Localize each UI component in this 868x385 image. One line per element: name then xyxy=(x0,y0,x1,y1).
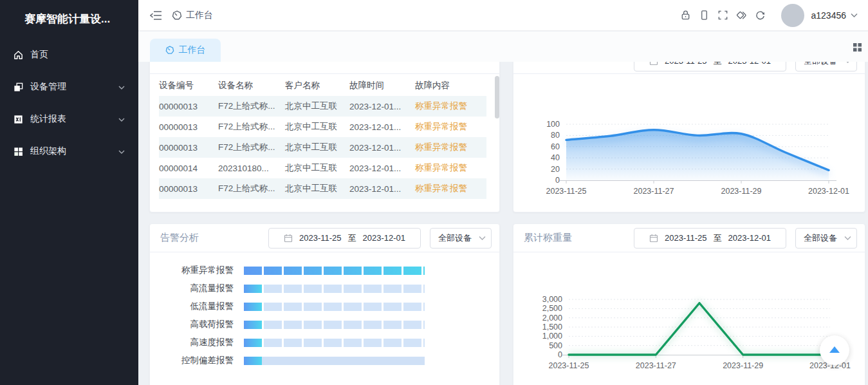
fault-table-card: 设备编号设备名称客户名称故障时间故障内容 00000013F72上给式称...北… xyxy=(149,62,500,212)
table-row[interactable]: 00000014202310180...北京中工互联2023-12-01...称… xyxy=(159,158,486,178)
column-header: 故障时间 xyxy=(349,80,415,91)
fault-table: 设备编号设备名称客户名称故障时间故障内容 00000013F72上给式称...北… xyxy=(150,74,499,199)
select-arrow-icon xyxy=(844,236,851,241)
calendar-icon xyxy=(649,62,658,66)
fullscreen-icon[interactable] xyxy=(716,9,729,22)
alarm-bar-chart: 称重异常报警高流量报警低流量报警高载荷报警高速度报警控制偏差报警 xyxy=(150,252,499,370)
bar-track xyxy=(244,285,425,293)
tags-icon[interactable] xyxy=(735,9,748,22)
calendar-icon xyxy=(649,234,658,243)
trend-area-chart: 0204060801002023-11-252023-11-272023-11-… xyxy=(513,78,866,213)
date-range-picker[interactable]: 2023-11-25 至 2023-12-01 xyxy=(634,62,786,71)
column-header: 设备名称 xyxy=(218,80,285,91)
table-cell: 00000013 xyxy=(159,143,218,153)
device-select[interactable]: 全部设备 xyxy=(795,228,857,249)
svg-text:1,000: 1,000 xyxy=(542,332,562,341)
fault-card-header xyxy=(150,62,499,74)
refresh-icon[interactable] xyxy=(753,9,766,22)
bar-fill xyxy=(244,321,262,329)
tab-bar: 工作台 xyxy=(138,32,868,62)
date-separator: 至 xyxy=(714,232,722,244)
sidebar-menu: 首页 设备管理 统计报表 组织架构 xyxy=(0,39,138,167)
svg-text:100: 100 xyxy=(546,120,560,129)
date-to: 2023-12-01 xyxy=(728,233,771,243)
sidebar-item-devices[interactable]: 设备管理 xyxy=(0,71,138,103)
alarm-analysis-card: 告警分析 2023-11-25 至 2023-12-01 全部设备 称重异常报警… xyxy=(149,223,500,385)
svg-text:2,500: 2,500 xyxy=(542,304,562,313)
column-header: 设备编号 xyxy=(159,80,218,91)
bar-row: 高速度报警 xyxy=(150,333,499,352)
table-cell: 00000013 xyxy=(159,122,218,132)
date-separator: 至 xyxy=(348,232,356,244)
table-row[interactable]: 00000013F72上给式称...北京中工互联2023-12-01...称重异… xyxy=(159,137,486,158)
bar-fill xyxy=(244,339,262,347)
workbench-icon xyxy=(172,10,182,21)
sidebar-item-home[interactable]: 首页 xyxy=(0,39,138,71)
table-cell: 称重异常报警 xyxy=(415,162,483,174)
sidebar-item-label: 统计报表 xyxy=(30,113,118,125)
table-cell: 2023-12-01... xyxy=(349,184,415,194)
date-from: 2023-11-25 xyxy=(665,62,707,66)
sidebar-item-label: 组织架构 xyxy=(30,146,118,157)
svg-text:500: 500 xyxy=(549,341,562,350)
table-cell: 00000013 xyxy=(159,184,218,194)
table-row[interactable]: 00000013F72上给式称...北京中工互联2023-12-01...称重异… xyxy=(159,96,486,117)
date-from: 2023-11-25 xyxy=(665,233,707,243)
tab-options-grid-icon[interactable] xyxy=(853,42,862,54)
bar-label: 高载荷报警 xyxy=(150,319,239,330)
lock-icon[interactable] xyxy=(679,9,692,22)
svg-text:2023-11-25: 2023-11-25 xyxy=(548,361,589,370)
bar-row: 低流量报警 xyxy=(150,297,499,315)
bar-track xyxy=(244,339,425,347)
bar-fill xyxy=(244,267,425,275)
table-row[interactable]: 00000013F72上给式称...北京中工互联2023-12-01...称重异… xyxy=(159,117,486,137)
bar-row: 高流量报警 xyxy=(150,279,499,297)
back-top-button[interactable] xyxy=(820,335,849,365)
table-cell: 称重异常报警 xyxy=(415,183,483,194)
date-from: 2023-11-25 xyxy=(299,233,342,243)
sidebar-item-reports[interactable]: 统计报表 xyxy=(0,103,138,135)
device-select[interactable]: 全部设备 xyxy=(430,228,492,249)
table-scrollbar[interactable] xyxy=(495,76,499,118)
tab-workbench[interactable]: 工作台 xyxy=(150,39,221,62)
select-arrow-icon xyxy=(844,62,851,64)
sidebar-item-organization[interactable]: 组织架构 xyxy=(0,135,138,167)
svg-text:2,000: 2,000 xyxy=(542,314,562,323)
calendar-icon xyxy=(284,234,293,243)
table-cell: 北京中工互联 xyxy=(285,162,349,174)
table-cell: 称重异常报警 xyxy=(415,142,483,153)
weight-card-header: 累计称重量 2023-11-25 至 2023-12-01 全部设备 xyxy=(513,224,865,252)
date-separator: 至 xyxy=(714,62,722,67)
fold-sidebar-icon[interactable] xyxy=(149,8,163,23)
table-cell: 北京中工互联 xyxy=(285,100,349,112)
table-row[interactable]: 00000013F72上给式称...北京中工互联2023-12-01...称重异… xyxy=(159,178,486,199)
svg-text:2023-11-27: 2023-11-27 xyxy=(636,361,676,370)
date-range-picker[interactable]: 2023-11-25 至 2023-12-01 xyxy=(634,228,786,249)
svg-text:40: 40 xyxy=(551,153,560,162)
weight-total-card: 累计称重量 2023-11-25 至 2023-12-01 全部设备 05001… xyxy=(513,223,865,385)
table-cell: F72上给式称... xyxy=(218,142,285,153)
app-title: 赛摩智能计量设... xyxy=(0,0,138,39)
bar-label: 控制偏差报警 xyxy=(150,355,239,366)
alarm-card-header: 告警分析 2023-11-25 至 2023-12-01 全部设备 xyxy=(150,224,499,252)
svg-text:0: 0 xyxy=(555,176,560,185)
bar-label: 高速度报警 xyxy=(150,337,239,348)
table-cell: 称重异常报警 xyxy=(415,100,483,112)
table-cell: 称重异常报警 xyxy=(415,121,483,133)
svg-text:60: 60 xyxy=(551,142,560,151)
bar-row: 高载荷报警 xyxy=(150,315,499,333)
breadcrumb[interactable]: 工作台 xyxy=(172,10,213,21)
tab-label: 工作台 xyxy=(179,44,206,56)
avatar[interactable] xyxy=(781,4,804,27)
bar-track xyxy=(244,321,425,329)
date-to: 2023-12-01 xyxy=(363,233,406,243)
table-cell: F72上给式称... xyxy=(218,100,285,112)
user-menu[interactable]: a123456 xyxy=(811,10,858,21)
date-range-picker[interactable]: 2023-11-25 至 2023-12-01 xyxy=(268,228,421,249)
device-select[interactable]: 全部设备 xyxy=(795,62,857,71)
column-header: 客户名称 xyxy=(285,80,349,91)
svg-text:2023-11-29: 2023-11-29 xyxy=(723,361,763,370)
bar-row: 称重异常报警 xyxy=(150,261,499,279)
mobile-icon[interactable] xyxy=(697,9,710,22)
sidebar-item-label: 首页 xyxy=(30,49,125,61)
